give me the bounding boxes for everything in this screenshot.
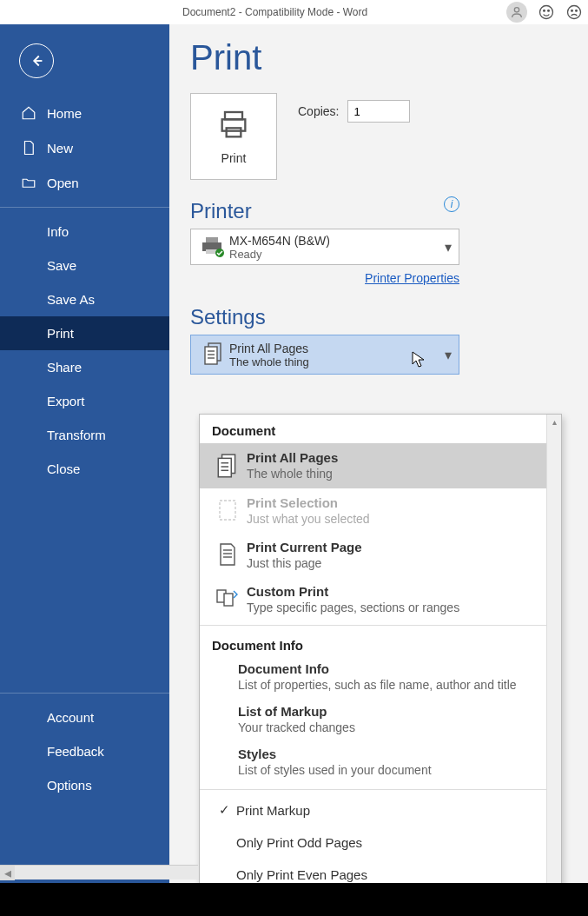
home-icon — [21, 105, 38, 121]
scroll-left-icon[interactable]: ◂ — [0, 866, 15, 880]
copies-label: Copies: — [298, 104, 339, 118]
print-range-selector[interactable]: Print All Pages The whole thing ▾ — [190, 335, 459, 375]
title-bar: Document2 - Compatibility Mode - Word — [0, 0, 588, 24]
dropdown-item-styles[interactable]: Styles List of styles used in your docum… — [200, 743, 561, 786]
dropdown-group-document: Document — [200, 415, 561, 443]
smile-feedback-icon[interactable] — [538, 3, 555, 21]
nav-label: Open — [47, 176, 79, 190]
nav-home[interactable]: Home — [0, 96, 169, 130]
nav-close[interactable]: Close — [0, 452, 169, 486]
svg-rect-24 — [220, 501, 235, 520]
settings-section-title: Settings — [190, 305, 567, 329]
svg-rect-20 — [218, 458, 231, 476]
svg-rect-9 — [227, 128, 241, 136]
nav-label: Home — [47, 106, 82, 121]
printer-properties-link[interactable]: Printer Properties — [365, 271, 459, 285]
dropdown-item-list-markup[interactable]: List of Markup Your tracked changes — [200, 700, 561, 743]
range-title: Print All Pages — [229, 342, 445, 355]
nav-new[interactable]: New — [0, 130, 169, 165]
dropdown-item-print-selection: Print Selection Just what you selected — [200, 488, 561, 533]
printer-selector[interactable]: MX-M654N (B&W) Ready ▾ — [190, 229, 459, 265]
nav-save-as[interactable]: Save As — [0, 282, 169, 316]
copies-input[interactable] — [347, 100, 410, 123]
frown-feedback-icon[interactable] — [565, 3, 583, 21]
pages-icon — [208, 450, 247, 481]
account-avatar-icon[interactable] — [506, 2, 527, 23]
print-button-label: Print — [221, 151, 247, 165]
nav-export[interactable]: Export — [0, 384, 169, 418]
nav-print[interactable]: Print — [0, 316, 169, 350]
svg-point-3 — [548, 10, 550, 12]
dropdown-toggle-odd-pages[interactable]: Only Print Odd Pages — [200, 826, 561, 859]
page-icon — [208, 540, 247, 568]
document-title: Document2 - Compatibility Mode - Word — [182, 6, 367, 18]
printer-icon — [215, 108, 253, 143]
back-button[interactable] — [19, 43, 54, 78]
nav-divider — [0, 207, 169, 208]
nav-transform[interactable]: Transform — [0, 418, 169, 452]
dropdown-item-print-all[interactable]: Print All Pages The whole thing — [200, 443, 561, 488]
printer-section-title: Printer — [190, 199, 252, 223]
bottom-bar — [0, 883, 588, 916]
chevron-down-icon: ▾ — [445, 239, 452, 256]
printer-name: MX-M654N (B&W) — [229, 234, 445, 248]
selection-icon — [208, 495, 247, 523]
range-sub: The whole thing — [229, 355, 445, 368]
svg-rect-11 — [206, 237, 218, 242]
dropdown-toggle-print-markup[interactable]: ✓ Print Markup — [200, 793, 561, 826]
dropdown-group-document-info: Document Info — [200, 629, 561, 658]
nav-share[interactable]: Share — [0, 350, 169, 384]
nav-account[interactable]: Account — [0, 700, 169, 734]
svg-point-1 — [540, 6, 553, 19]
svg-point-5 — [571, 10, 573, 12]
nav-label: New — [47, 141, 73, 156]
svg-point-4 — [568, 6, 581, 19]
nav-info[interactable]: Info — [0, 215, 169, 249]
nav-save[interactable]: Save — [0, 249, 169, 282]
printer-device-icon — [198, 236, 229, 258]
backstage-sidebar: Home New Open Info Save Save As Print Sh… — [0, 24, 169, 916]
chevron-down-icon: ▾ — [445, 347, 452, 363]
dropdown-scrollbar[interactable]: ▴ ▾ — [546, 415, 561, 899]
pages-icon — [198, 342, 229, 368]
nav-divider — [0, 693, 169, 694]
document-icon — [21, 140, 38, 156]
svg-rect-15 — [205, 347, 217, 364]
svg-point-0 — [514, 8, 519, 12]
nav-options[interactable]: Options — [0, 768, 169, 802]
dropdown-item-custom-print[interactable]: Custom Print Type specific pages, sectio… — [200, 577, 561, 621]
print-button[interactable]: Print — [190, 93, 277, 180]
page-title: Print — [190, 38, 567, 77]
svg-point-6 — [576, 10, 578, 12]
nav-open[interactable]: Open — [0, 165, 169, 200]
printer-info-icon[interactable]: i — [444, 196, 459, 212]
dropdown-item-print-current[interactable]: Print Current Page Just this page — [200, 533, 561, 577]
checkmark-icon: ✓ — [212, 802, 236, 818]
print-range-dropdown: Document Print All Pages The whole thing… — [199, 414, 562, 900]
dropdown-item-document-info[interactable]: Document Info List of properties, such a… — [200, 658, 561, 700]
nav-feedback[interactable]: Feedback — [0, 734, 169, 768]
printer-status: Ready — [229, 248, 445, 261]
folder-open-icon — [21, 175, 38, 190]
svg-rect-29 — [224, 594, 233, 606]
custom-pages-icon — [208, 584, 247, 612]
svg-rect-7 — [225, 112, 242, 119]
horizontal-scrollbar[interactable]: ◂ — [0, 865, 198, 879]
scroll-up-icon[interactable]: ▴ — [547, 415, 561, 429]
svg-point-2 — [544, 10, 545, 12]
